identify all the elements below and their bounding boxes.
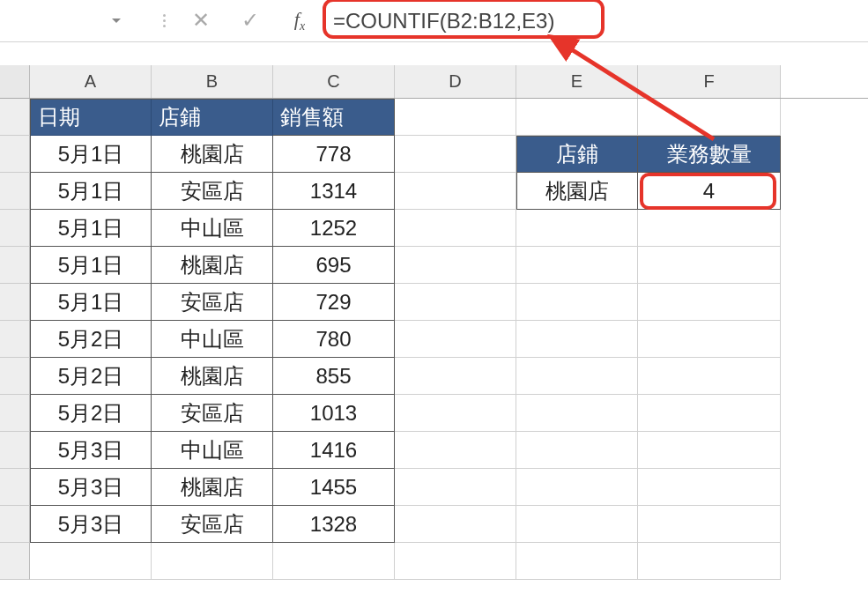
- cell[interactable]: 5月1日: [30, 210, 152, 247]
- cell[interactable]: [395, 432, 516, 469]
- cell[interactable]: 1416: [273, 432, 395, 469]
- cell[interactable]: [638, 358, 781, 395]
- cell[interactable]: [638, 210, 781, 247]
- fx-icon[interactable]: fx: [287, 8, 312, 33]
- cell[interactable]: 1013: [273, 395, 395, 432]
- cell[interactable]: [395, 358, 516, 395]
- cell[interactable]: [638, 284, 781, 321]
- cell[interactable]: 安區店: [152, 173, 273, 210]
- table1-header-store[interactable]: 店鋪: [152, 99, 273, 136]
- cell[interactable]: 5月3日: [30, 469, 152, 506]
- cell[interactable]: [516, 543, 638, 580]
- cell[interactable]: [516, 432, 638, 469]
- cell[interactable]: [395, 247, 516, 284]
- cell[interactable]: 1328: [273, 506, 395, 543]
- cell[interactable]: [516, 395, 638, 432]
- cell[interactable]: [638, 321, 781, 358]
- cell[interactable]: [516, 99, 638, 136]
- cell[interactable]: 桃園店: [152, 469, 273, 506]
- cell[interactable]: 中山區: [152, 210, 273, 247]
- row-header[interactable]: [0, 210, 30, 247]
- enter-icon[interactable]: ✓: [238, 8, 263, 33]
- cell[interactable]: 5月1日: [30, 173, 152, 210]
- cell-F3-result[interactable]: 4: [638, 173, 781, 210]
- cell[interactable]: [638, 543, 781, 580]
- cell[interactable]: [516, 506, 638, 543]
- cell[interactable]: [395, 469, 516, 506]
- cell[interactable]: [516, 247, 638, 284]
- cell[interactable]: [152, 543, 273, 580]
- cell[interactable]: 695: [273, 247, 395, 284]
- cell[interactable]: 中山區: [152, 432, 273, 469]
- cell[interactable]: [30, 543, 152, 580]
- cell[interactable]: [516, 210, 638, 247]
- cell[interactable]: 1314: [273, 173, 395, 210]
- table2-header-count[interactable]: 業務數量: [638, 136, 781, 173]
- cell[interactable]: 1252: [273, 210, 395, 247]
- cell[interactable]: [638, 506, 781, 543]
- cell[interactable]: 5月1日: [30, 136, 152, 173]
- table1-header-sales[interactable]: 銷售額: [273, 99, 395, 136]
- column-header-A[interactable]: A: [30, 65, 152, 98]
- cell[interactable]: 安區店: [152, 395, 273, 432]
- cell[interactable]: 1455: [273, 469, 395, 506]
- row-header[interactable]: [0, 358, 30, 395]
- row-header[interactable]: [0, 247, 30, 284]
- cell[interactable]: 安區店: [152, 506, 273, 543]
- row-header[interactable]: [0, 99, 30, 136]
- row-header[interactable]: [0, 395, 30, 432]
- name-box[interactable]: [7, 8, 104, 34]
- cell[interactable]: [273, 543, 395, 580]
- column-header-F[interactable]: F: [638, 65, 781, 98]
- cell[interactable]: [516, 469, 638, 506]
- cell[interactable]: 5月3日: [30, 506, 152, 543]
- cell[interactable]: [395, 210, 516, 247]
- column-header-E[interactable]: E: [516, 65, 638, 98]
- cell[interactable]: [395, 136, 516, 173]
- cell[interactable]: 5月2日: [30, 395, 152, 432]
- cell[interactable]: [395, 321, 516, 358]
- cell[interactable]: 855: [273, 358, 395, 395]
- cell[interactable]: 桃園店: [152, 136, 273, 173]
- cell[interactable]: [638, 432, 781, 469]
- row-header[interactable]: [0, 284, 30, 321]
- cell[interactable]: [516, 284, 638, 321]
- cell[interactable]: 5月1日: [30, 247, 152, 284]
- cell[interactable]: 5月1日: [30, 284, 152, 321]
- cell[interactable]: [516, 321, 638, 358]
- row-header[interactable]: [0, 469, 30, 506]
- cell[interactable]: [395, 173, 516, 210]
- cell[interactable]: [638, 247, 781, 284]
- cancel-icon[interactable]: ✕: [189, 8, 213, 33]
- cell[interactable]: [516, 358, 638, 395]
- cell[interactable]: [395, 99, 516, 136]
- cell[interactable]: 5月3日: [30, 432, 152, 469]
- table1-header-date[interactable]: 日期: [30, 99, 152, 136]
- cell[interactable]: [638, 99, 781, 136]
- column-header-C[interactable]: C: [273, 65, 395, 98]
- formula-input[interactable]: =COUNTIF(B2:B12,E3): [328, 7, 680, 35]
- cell[interactable]: [638, 395, 781, 432]
- table2-header-store[interactable]: 店鋪: [516, 136, 638, 173]
- cell[interactable]: 桃園店: [152, 247, 273, 284]
- row-header[interactable]: [0, 136, 30, 173]
- column-header-B[interactable]: B: [152, 65, 273, 98]
- row-header[interactable]: [0, 543, 30, 580]
- cell[interactable]: 780: [273, 321, 395, 358]
- cell[interactable]: 5月2日: [30, 358, 152, 395]
- chevron-down-icon[interactable]: [109, 14, 123, 28]
- cell[interactable]: [395, 284, 516, 321]
- cell[interactable]: [395, 543, 516, 580]
- cell[interactable]: 桃園店: [516, 173, 638, 210]
- cell[interactable]: [395, 395, 516, 432]
- row-header[interactable]: [0, 321, 30, 358]
- cell[interactable]: 安區店: [152, 284, 273, 321]
- cell[interactable]: [395, 506, 516, 543]
- row-header[interactable]: [0, 173, 30, 210]
- row-header[interactable]: [0, 432, 30, 469]
- column-header-D[interactable]: D: [395, 65, 516, 98]
- cell[interactable]: [638, 469, 781, 506]
- row-header[interactable]: [0, 506, 30, 543]
- select-all-corner[interactable]: [0, 65, 30, 98]
- cell[interactable]: 778: [273, 136, 395, 173]
